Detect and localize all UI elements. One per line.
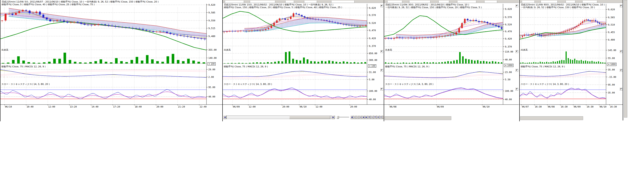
ichimoku-cloud: [396, 22, 503, 38]
chart-tool-button-8[interactable]: R: [374, 115, 377, 119]
y-axis-label: 9,400: [608, 38, 615, 41]
y-axis-labels: 9,6209,5659,5109,4559,400145.0055.0035.0…: [606, 8, 616, 94]
chart-tool-button-6[interactable]: D: [368, 115, 371, 119]
x-axis-label: 21:20: [178, 105, 185, 108]
zoom-slider[interactable]: [336, 117, 349, 117]
volume-multiplier-badge: × 100: [208, 62, 216, 65]
chart-tool-button-10[interactable]: ✕: [380, 115, 382, 119]
scale-adjust-button[interactable]: ◤: [380, 88, 383, 91]
chart-window-5min: 日経225mini 11/09( 5分, 2011/06/07 - 2011/0…: [0, 0, 222, 121]
x-axis-label: 06/09: [574, 105, 580, 108]
chart-canvas[interactable]: 9,6209,5859,5509,5159,480355.00140.0029.…: [0, 0, 222, 121]
scale-adjust-button[interactable]: ◤: [620, 5, 622, 7]
stochastics-section-label: スロー・ストキャスティクス( 14, 3, 80, 20 ): [385, 82, 433, 86]
y-axis-label: 9,570: [505, 16, 512, 19]
scale-adjust-button[interactable]: ◤: [380, 5, 383, 7]
scale-adjust-button[interactable]: ◤: [516, 88, 518, 91]
y-axis-label: 9,620: [208, 4, 215, 6]
y-axis-label: 9,420: [369, 37, 376, 40]
chart-tool-button-0[interactable]: ◀: [350, 115, 353, 119]
scale-adjust-button[interactable]: ◤: [620, 69, 622, 72]
scroll-left-button[interactable]: ◀: [223, 115, 226, 119]
scale-adjust-button[interactable]: ◤: [516, 5, 518, 7]
chart-tool-button-3[interactable]: ↔: [359, 115, 362, 119]
y-axis-label: 35.00: [608, 92, 615, 94]
volume-multiplier-badge: × 100: [368, 64, 376, 67]
y-axis-label: 9,565: [608, 16, 615, 19]
y-axis-label: 9,620: [369, 7, 376, 10]
axis-frame: [520, 4, 623, 105]
scale-adjust-button[interactable]: ◤: [620, 88, 622, 91]
scroll-right-button[interactable]: ▶: [332, 115, 335, 119]
chart-canvas[interactable]: 9,6209,5659,5109,4559,400145.0055.0035.0…: [520, 0, 623, 121]
x-axis-label: 06/09: [233, 105, 240, 108]
x-axis-label: 06/10: [5, 105, 12, 108]
scrollbar-track[interactable]: [226, 115, 332, 119]
stochastics-plot: [223, 88, 367, 99]
x-axis: 06/0806/0906/10: [389, 7, 490, 108]
volume-section-label: 出来高: [2, 48, 8, 51]
scrollbar-fragment: [384, 116, 451, 120]
x-axis-label: 16:30: [535, 105, 542, 108]
x-axis-label: 14:40: [92, 105, 98, 108]
x-axis-label: 06/09: [437, 105, 444, 108]
chart-canvas[interactable]: 9,6209,5709,5209,4709,4209,370110.0040.0…: [384, 0, 519, 121]
scrollbar-thumb[interactable]: [289, 116, 330, 119]
scrollbar-fragment: [520, 116, 583, 120]
chart-window-30min: 日経225mini 11/09( 30分, 2011/06/02 - 2011/…: [384, 0, 519, 121]
stochastics-plot: [520, 88, 606, 99]
y-axis-label: 9,515: [208, 27, 215, 30]
zoom-slider-knob[interactable]: [336, 116, 339, 119]
x-axis-label: 16:30: [587, 105, 594, 108]
scale-adjust-button[interactable]: ◤: [380, 69, 383, 72]
volume-section-label: 出来高: [385, 48, 392, 51]
chart-tool-button-4[interactable]: ▪: [362, 115, 365, 119]
y-axis-label: 100.00: [369, 90, 377, 93]
chart-window-15min: 日経225mini 11/09( 15分, 2011/06/02 - 2011/…: [222, 0, 384, 121]
x-axis-label: 16:30: [610, 105, 617, 108]
y-axis-label: 9,570: [369, 14, 376, 17]
x-axis-label: 22:40: [200, 105, 206, 108]
macd-section-label: 移動平均( Close, 75 ) MACD( 12, 26, 9 ): [385, 65, 430, 68]
chart-canvas[interactable]: 9,6209,5709,5209,4709,4209,370850.00300.…: [223, 0, 384, 121]
scale-adjust-button[interactable]: ◤: [516, 50, 518, 53]
y-axis-label: 9,420: [505, 37, 512, 40]
macd-plot: [520, 71, 606, 78]
y-axis-label: 9,370: [505, 45, 512, 48]
macd-plot: [0, 70, 206, 77]
chart-tool-button-1[interactable]: ＋: [353, 115, 356, 119]
y-axis-label: 850.00: [369, 52, 377, 55]
x-axis-label: 12:00: [248, 105, 256, 108]
y-axis-label: 29.00: [208, 68, 215, 71]
x-axis-label: 13:20: [70, 105, 77, 108]
y-axis-label: -15.00: [608, 76, 616, 78]
y-axis-label: 40.00: [505, 98, 512, 101]
y-axis-label: 110.00: [505, 50, 513, 53]
macd-section-label: 移動平均( Close, 75 ) MACD( 12, 26, 9 ): [521, 65, 565, 68]
volume-multiplier-badge: × 1000: [504, 64, 514, 67]
x-axis-label: 06/10: [300, 105, 306, 108]
macd-section-label: 移動平均( Close, 75 ) MACD( 12, 26, 9 ): [224, 65, 268, 68]
chart-tool-button-9[interactable]: ⊕: [377, 115, 380, 119]
y-axis-label: 95.00: [208, 86, 215, 89]
y-axis-label: 140.00: [208, 57, 217, 59]
scale-adjust-button[interactable]: ◤: [516, 69, 518, 72]
x-axis-label: 06/08: [548, 105, 554, 108]
x-axis-label: 06/10: [482, 105, 490, 108]
scale-adjust-button[interactable]: ◤: [380, 50, 383, 53]
volume-section-label: 出来高: [224, 48, 231, 51]
scale-adjust-button[interactable]: ◤: [620, 50, 622, 53]
macd-plot: [384, 71, 503, 78]
chart-tool-button-2[interactable]: −: [356, 115, 359, 119]
y-axis-labels: 9,6209,5859,5509,5159,480355.00140.0029.…: [206, 4, 217, 98]
y-axis-label: 9,455: [608, 31, 615, 34]
x-axis-label: 10:40: [27, 105, 34, 108]
chart-tool-button-7[interactable]: L: [371, 115, 374, 119]
volume-section-label: 出来高: [521, 48, 528, 51]
stochastics-plot: [384, 88, 503, 99]
chart-tool-button-5[interactable]: ▶: [365, 115, 368, 119]
y-axis-label: 40.00: [505, 58, 512, 61]
x-axis-label: 06/10: [600, 105, 606, 108]
y-axis-label: 5.50: [505, 78, 510, 81]
y-axis-label: 300.00: [369, 59, 377, 61]
